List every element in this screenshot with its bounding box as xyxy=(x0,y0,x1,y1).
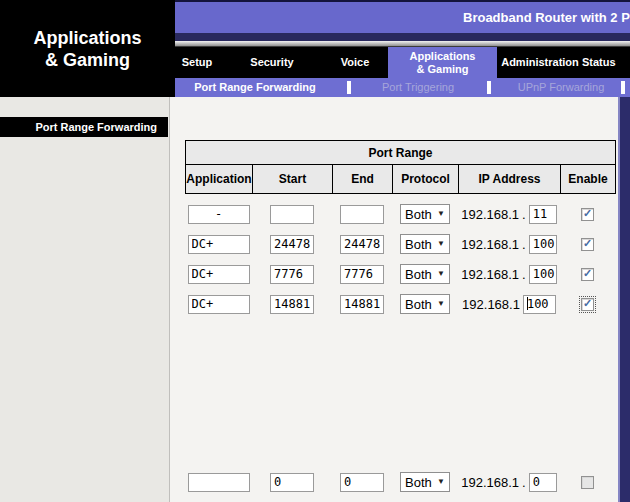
protocol-selected-value: Both xyxy=(405,207,432,222)
end-port-input[interactable] xyxy=(340,295,384,314)
protocol-select[interactable]: Both ▼ xyxy=(400,264,450,284)
start-port-cell xyxy=(252,234,332,254)
column-header-end: End xyxy=(333,165,393,194)
subnav-upnp-forwarding[interactable]: UPnP Forwarding xyxy=(518,78,605,97)
application-input[interactable] xyxy=(188,295,250,314)
top-banner: Broadband Router with 2 P xyxy=(175,0,630,47)
application-input[interactable] xyxy=(188,235,250,254)
check-icon: ✓ xyxy=(583,237,592,250)
application-input[interactable] xyxy=(188,205,250,224)
enable-checkbox[interactable]: ✓ xyxy=(581,268,594,281)
ip-address-cell: 192.168.1 . xyxy=(458,234,560,254)
end-port-cell xyxy=(332,472,392,492)
enable-cell: ✓ xyxy=(560,264,615,284)
column-header-application: Application xyxy=(186,165,253,194)
end-port-input[interactable] xyxy=(340,205,384,224)
start-port-cell xyxy=(252,294,332,314)
ip-last-octet-input[interactable] xyxy=(529,205,557,224)
tab-applications-gaming[interactable]: Applications& Gaming xyxy=(388,47,497,78)
port-range-group-header: Port Range xyxy=(186,141,616,165)
application-cell xyxy=(185,472,252,492)
enable-checkbox[interactable]: ✓ xyxy=(581,208,594,221)
enable-cell: ✓ xyxy=(560,472,615,492)
column-header-enable: Enable xyxy=(561,165,616,194)
ip-prefix-label: 192.168.1 xyxy=(462,297,520,312)
start-port-input[interactable] xyxy=(270,205,314,224)
ip-dot-separator: . xyxy=(522,237,526,252)
start-port-input[interactable] xyxy=(270,265,314,284)
dropdown-arrow-icon: ▼ xyxy=(437,270,445,278)
tab-security[interactable]: Security xyxy=(250,47,293,78)
subnav-port-triggering[interactable]: Port Triggering xyxy=(382,78,454,97)
ip-input-wrap xyxy=(529,472,557,492)
forwarding-row: Both ▼ 192.168.1 . ✓ xyxy=(185,264,615,284)
column-header-start: Start xyxy=(253,165,333,194)
end-port-cell xyxy=(332,234,392,254)
subnav-bar: Port Range ForwardingPort TriggeringUPnP… xyxy=(175,78,630,97)
check-icon: ✓ xyxy=(583,267,592,280)
ip-input-wrap xyxy=(523,294,556,314)
forwarding-row: Both ▼ 192.168.1 . ✓ xyxy=(185,472,615,492)
tab-voice[interactable]: Voice xyxy=(341,47,370,78)
dropdown-arrow-icon: ▼ xyxy=(437,300,445,308)
application-input[interactable] xyxy=(188,265,250,284)
enable-checkbox[interactable]: ✓ xyxy=(581,238,594,251)
ip-address-cell: 192.168.1 . xyxy=(458,472,560,492)
end-port-input[interactable] xyxy=(340,473,384,492)
tab-administration[interactable]: Administration xyxy=(501,47,579,78)
tab-label-line2: & Gaming xyxy=(417,63,469,76)
ip-last-octet-input[interactable] xyxy=(529,265,557,284)
start-port-input[interactable] xyxy=(270,235,314,254)
ip-address-cell: 192.168.1 . xyxy=(458,264,560,284)
application-cell xyxy=(185,234,252,254)
enable-cell: ✓ xyxy=(560,234,615,254)
content-right-edge xyxy=(618,97,630,502)
banner-navy-band xyxy=(175,33,630,41)
page-title-line2: & Gaming xyxy=(45,49,130,71)
ip-last-octet-input[interactable] xyxy=(529,473,557,492)
protocol-cell: Both ▼ xyxy=(392,234,458,254)
application-cell xyxy=(185,204,252,224)
start-port-cell xyxy=(252,472,332,492)
ip-address-cell: 192.168.1 . xyxy=(458,204,560,224)
ip-prefix-label: 192.168.1 xyxy=(461,207,519,222)
protocol-select[interactable]: Both ▼ xyxy=(400,234,450,254)
end-port-cell xyxy=(332,204,392,224)
protocol-select[interactable]: Both ▼ xyxy=(400,294,450,314)
tab-setup[interactable]: Setup xyxy=(182,47,213,78)
enable-checkbox[interactable]: ✓ xyxy=(581,476,594,489)
protocol-selected-value: Both xyxy=(405,475,432,490)
forwarding-row: Both ▼ 192.168.1 ✓ xyxy=(185,294,615,314)
tab-label-line1: Applications xyxy=(409,50,475,63)
column-header-ip-address: IP Address xyxy=(459,165,561,194)
tab-status[interactable]: Status xyxy=(582,47,616,78)
ip-last-octet-input[interactable] xyxy=(529,235,557,254)
text-caret xyxy=(527,297,528,310)
ip-input-wrap xyxy=(529,234,557,254)
ip-dot-separator: . xyxy=(522,267,526,282)
application-cell xyxy=(185,264,252,284)
dropdown-arrow-icon: ▼ xyxy=(437,240,445,248)
page-title: Applications & Gaming xyxy=(0,0,175,97)
start-port-input[interactable] xyxy=(270,473,314,492)
protocol-select[interactable]: Both ▼ xyxy=(400,204,450,224)
application-input[interactable] xyxy=(188,473,250,492)
ip-dot-separator: . xyxy=(522,207,526,222)
sidebar: Port Range Forwarding xyxy=(0,97,170,502)
subnav-separator xyxy=(487,81,491,94)
ip-prefix-label: 192.168.1 xyxy=(461,237,519,252)
page-title-line1: Applications xyxy=(33,27,141,49)
dropdown-arrow-icon: ▼ xyxy=(437,478,445,486)
protocol-select[interactable]: Both ▼ xyxy=(400,472,450,492)
subnav-separator xyxy=(347,81,351,94)
end-port-input[interactable] xyxy=(340,265,384,284)
end-port-cell xyxy=(332,264,392,284)
end-port-input[interactable] xyxy=(340,235,384,254)
subnav-port-range-forwarding[interactable]: Port Range Forwarding xyxy=(194,78,316,97)
start-port-cell xyxy=(252,264,332,284)
enable-checkbox[interactable]: ✓ xyxy=(581,298,594,311)
router-model-title: Broadband Router with 2 P xyxy=(463,2,630,33)
start-port-input[interactable] xyxy=(270,295,314,314)
check-icon: ✓ xyxy=(583,207,592,220)
check-icon: ✓ xyxy=(583,297,592,310)
